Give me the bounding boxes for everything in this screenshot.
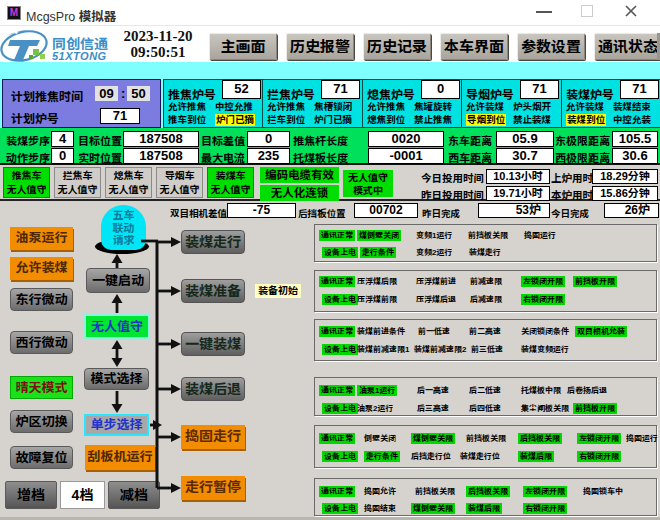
- svg-text:51XTONG: 51XTONG: [52, 50, 107, 62]
